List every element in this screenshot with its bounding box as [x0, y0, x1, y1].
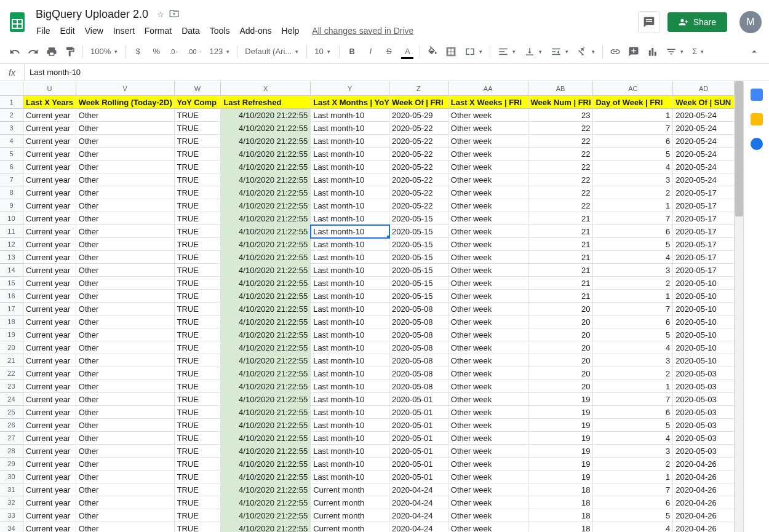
cell-AA11[interactable]: Other week	[448, 225, 528, 238]
cell-U28[interactable]: Current year	[23, 445, 76, 458]
cell-V25[interactable]: Other	[76, 406, 175, 419]
cell-AB27[interactable]: 19	[528, 432, 594, 445]
insert-comment-button[interactable]	[625, 43, 642, 60]
cell-U22[interactable]: Current year	[23, 367, 76, 380]
row-header-22[interactable]: 22	[0, 367, 23, 380]
cell-AD27[interactable]: 2020-05-03	[673, 432, 735, 445]
cell-Z27[interactable]: 2020-05-01	[389, 432, 448, 445]
cell-Y18[interactable]: Last month-10	[311, 316, 389, 328]
cell-Y34[interactable]: Current month	[311, 522, 389, 532]
cell-Z8[interactable]: 2020-05-22	[389, 186, 448, 199]
cell-W21[interactable]: TRUE	[175, 354, 221, 367]
print-button[interactable]	[43, 43, 60, 60]
cell-W13[interactable]: TRUE	[175, 251, 221, 264]
cell-U32[interactable]: Current year	[23, 496, 76, 509]
cell-V18[interactable]: Other	[76, 316, 175, 328]
header-cell-V[interactable]: Week Rolling (Today-2D)	[76, 96, 175, 109]
cell-AA19[interactable]: Other week	[448, 328, 528, 341]
menu-tools[interactable]: Tools	[205, 23, 234, 38]
row-header-18[interactable]: 18	[0, 316, 23, 328]
cell-AC9[interactable]: 1	[593, 199, 673, 212]
cell-AC19[interactable]: 5	[593, 328, 673, 341]
cell-U10[interactable]: Current year	[23, 212, 76, 225]
cell-Z22[interactable]: 2020-05-08	[389, 367, 448, 380]
col-header-AD[interactable]: AD	[673, 81, 735, 95]
cell-X20[interactable]: 4/10/2020 21:22:55	[221, 341, 311, 354]
cell-W12[interactable]: TRUE	[175, 238, 221, 251]
cell-Z2[interactable]: 2020-05-29	[389, 109, 448, 122]
cell-AA33[interactable]: Other week	[448, 509, 528, 522]
cell-AB12[interactable]: 21	[528, 238, 594, 251]
cell-V24[interactable]: Other	[76, 393, 175, 406]
cell-Y8[interactable]: Last month-10	[311, 186, 389, 199]
cell-AB15[interactable]: 21	[528, 277, 594, 290]
cell-AD29[interactable]: 2020-04-26	[673, 458, 735, 470]
col-header-AA[interactable]: AA	[448, 81, 528, 95]
row-header-29[interactable]: 29	[0, 458, 23, 470]
menu-data[interactable]: Data	[177, 23, 204, 38]
header-cell-W[interactable]: YoY Comp	[175, 96, 221, 109]
insert-link-button[interactable]	[607, 43, 624, 60]
cell-W31[interactable]: TRUE	[175, 483, 221, 496]
row-header-16[interactable]: 16	[0, 290, 23, 303]
text-rotation-button[interactable]	[573, 44, 599, 59]
cell-W6[interactable]: TRUE	[175, 161, 221, 173]
cell-U19[interactable]: Current year	[23, 328, 76, 341]
cell-Y9[interactable]: Last month-10	[311, 199, 389, 212]
cell-Z16[interactable]: 2020-05-15	[389, 290, 448, 303]
cell-W8[interactable]: TRUE	[175, 186, 221, 199]
col-header-Z[interactable]: Z	[389, 81, 448, 95]
cell-W20[interactable]: TRUE	[175, 341, 221, 354]
cell-Z20[interactable]: 2020-05-08	[389, 341, 448, 354]
cell-X27[interactable]: 4/10/2020 21:22:55	[221, 432, 311, 445]
cell-AD4[interactable]: 2020-05-24	[673, 135, 735, 148]
row-header-13[interactable]: 13	[0, 251, 23, 264]
expand-toolbar-button[interactable]	[746, 43, 763, 60]
cell-AA34[interactable]: Other week	[448, 522, 528, 532]
cell-Y29[interactable]: Last month-10	[311, 458, 389, 470]
cell-AB3[interactable]: 22	[528, 122, 594, 135]
currency-button[interactable]: $	[129, 43, 146, 60]
cell-AC23[interactable]: 1	[593, 380, 673, 393]
cell-Z14[interactable]: 2020-05-15	[389, 264, 448, 277]
cell-V21[interactable]: Other	[76, 354, 175, 367]
cell-AB26[interactable]: 19	[528, 419, 594, 432]
cell-X21[interactable]: 4/10/2020 21:22:55	[221, 354, 311, 367]
text-wrap-button[interactable]	[547, 44, 572, 59]
cell-AD33[interactable]: 2020-04-26	[673, 509, 735, 522]
doc-title[interactable]: BigQuery Uploader 2.0	[32, 7, 152, 22]
cell-W11[interactable]: TRUE	[175, 225, 221, 238]
cell-V17[interactable]: Other	[76, 303, 175, 316]
cell-Y23[interactable]: Last month-10	[311, 380, 389, 393]
cell-AD25[interactable]: 2020-05-03	[673, 406, 735, 419]
cell-X7[interactable]: 4/10/2020 21:22:55	[221, 173, 311, 186]
header-cell-AC[interactable]: Day of Week | FRI	[593, 96, 673, 109]
functions-button[interactable]: Σ	[688, 44, 707, 59]
cell-X31[interactable]: 4/10/2020 21:22:55	[221, 483, 311, 496]
cell-Z10[interactable]: 2020-05-15	[389, 212, 448, 225]
cell-X30[interactable]: 4/10/2020 21:22:55	[221, 470, 311, 483]
row-header-4[interactable]: 4	[0, 135, 23, 148]
cell-X28[interactable]: 4/10/2020 21:22:55	[221, 445, 311, 458]
sheets-logo[interactable]	[5, 10, 30, 34]
cell-Z4[interactable]: 2020-05-22	[389, 135, 448, 148]
cell-AD21[interactable]: 2020-05-10	[673, 354, 735, 367]
cell-V20[interactable]: Other	[76, 341, 175, 354]
cell-Y32[interactable]: Current month	[311, 496, 389, 509]
cell-W14[interactable]: TRUE	[175, 264, 221, 277]
cell-AB20[interactable]: 20	[528, 341, 594, 354]
header-cell-AA[interactable]: Last X Weeks | FRI	[448, 96, 528, 109]
cell-AD15[interactable]: 2020-05-10	[673, 277, 735, 290]
cell-AB24[interactable]: 19	[528, 393, 594, 406]
fx-label[interactable]: fx	[0, 64, 25, 81]
cell-V30[interactable]: Other	[76, 470, 175, 483]
cell-Y15[interactable]: Last month-10	[311, 277, 389, 290]
cell-AC7[interactable]: 3	[593, 173, 673, 186]
cell-AB25[interactable]: 19	[528, 406, 594, 419]
cell-AA5[interactable]: Other week	[448, 148, 528, 161]
cell-Y5[interactable]: Last month-10	[311, 148, 389, 161]
cell-X24[interactable]: 4/10/2020 21:22:55	[221, 393, 311, 406]
row-header-26[interactable]: 26	[0, 419, 23, 432]
cell-V22[interactable]: Other	[76, 367, 175, 380]
paint-format-button[interactable]	[62, 43, 79, 60]
